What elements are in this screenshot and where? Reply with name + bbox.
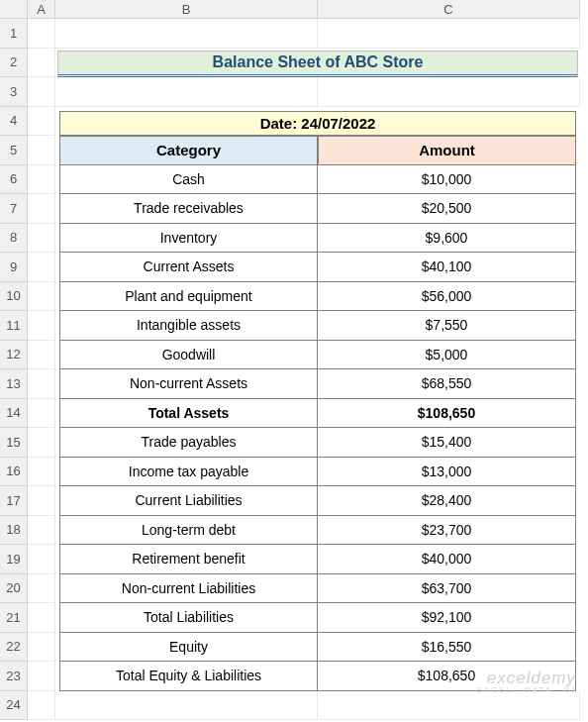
empty-cell[interactable] — [28, 107, 55, 137]
row-header[interactable]: 17 — [0, 486, 28, 516]
amount-cell[interactable]: $15,400 — [318, 428, 576, 458]
empty-cell[interactable] — [28, 662, 55, 691]
category-cell[interactable]: Income tax payable — [59, 458, 318, 487]
amount-cell[interactable]: $92,100 — [318, 603, 576, 633]
watermark: exceldemy EXCEL · DATA · BI — [476, 670, 576, 694]
row-header[interactable]: 16 — [0, 458, 28, 487]
category-cell[interactable]: Retirement benefit — [59, 545, 318, 574]
row-header[interactable]: 18 — [0, 516, 28, 546]
row-header[interactable]: 6 — [0, 165, 28, 195]
empty-cell[interactable] — [28, 428, 55, 458]
empty-cell[interactable] — [28, 458, 55, 487]
header-category[interactable]: Category — [59, 136, 318, 165]
empty-cell[interactable] — [28, 691, 55, 721]
amount-cell[interactable]: $10,000 — [318, 165, 576, 195]
empty-cell[interactable] — [28, 341, 55, 370]
category-cell[interactable]: Non-current Assets — [59, 369, 318, 399]
row-header[interactable]: 11 — [0, 311, 28, 341]
empty-cell[interactable] — [28, 603, 55, 633]
empty-cell[interactable] — [28, 516, 55, 546]
watermark-subtitle: EXCEL · DATA · BI — [476, 686, 576, 694]
row-header[interactable]: 21 — [0, 603, 28, 633]
empty-cell[interactable] — [28, 633, 55, 663]
row-header[interactable]: 13 — [0, 369, 28, 399]
amount-cell[interactable]: $108,650 — [318, 399, 576, 429]
amount-cell[interactable]: $56,000 — [318, 282, 576, 312]
empty-cell[interactable] — [28, 49, 55, 78]
category-cell[interactable]: Total Liabilities — [59, 603, 318, 633]
row-header[interactable]: 8 — [0, 224, 28, 254]
empty-cell[interactable] — [28, 574, 55, 604]
amount-cell[interactable]: $28,400 — [318, 486, 576, 516]
amount-cell[interactable]: $5,000 — [318, 341, 576, 370]
amount-cell[interactable]: $9,600 — [318, 224, 576, 254]
amount-cell[interactable]: $63,700 — [318, 574, 576, 604]
row-header[interactable]: 1 — [0, 19, 28, 49]
empty-cell[interactable] — [55, 19, 318, 49]
category-cell[interactable]: Current Liabilities — [59, 486, 318, 516]
row-header[interactable]: 12 — [0, 341, 28, 370]
category-cell[interactable]: Current Assets — [59, 253, 318, 282]
category-cell[interactable]: Total Equity & Liabilities — [59, 662, 318, 691]
amount-cell[interactable]: $7,550 — [318, 311, 576, 341]
row-header[interactable]: 7 — [0, 194, 28, 224]
category-cell[interactable]: Total Assets — [59, 399, 318, 429]
row-header[interactable]: 24 — [0, 691, 28, 721]
category-cell[interactable]: Trade receivables — [59, 194, 318, 224]
category-cell[interactable]: Non-current Liabilities — [59, 574, 318, 604]
row-header[interactable]: 15 — [0, 428, 28, 458]
empty-cell[interactable] — [28, 165, 55, 195]
empty-cell[interactable] — [28, 19, 55, 49]
category-cell[interactable]: Long-term debt — [59, 516, 318, 546]
column-header-c[interactable]: C — [318, 0, 580, 19]
row-header[interactable]: 2 — [0, 49, 28, 78]
row-header[interactable]: 22 — [0, 633, 28, 663]
category-cell[interactable]: Inventory — [59, 224, 318, 254]
row-header[interactable]: 10 — [0, 282, 28, 312]
empty-cell[interactable] — [318, 691, 580, 721]
empty-cell[interactable] — [28, 77, 55, 107]
amount-cell[interactable]: $23,700 — [318, 516, 576, 546]
row-header[interactable]: 23 — [0, 662, 28, 691]
date-row[interactable]: Date: 24/07/2022 — [59, 111, 576, 137]
empty-cell[interactable] — [28, 136, 55, 165]
amount-cell[interactable]: $20,500 — [318, 194, 576, 224]
empty-cell[interactable] — [28, 486, 55, 516]
category-cell[interactable]: Plant and equipment — [59, 282, 318, 312]
amount-cell[interactable]: $40,100 — [318, 253, 576, 282]
header-amount[interactable]: Amount — [318, 136, 576, 165]
column-header-b[interactable]: B — [55, 0, 318, 19]
amount-cell[interactable]: $40,000 — [318, 545, 576, 574]
empty-cell[interactable] — [318, 19, 580, 49]
category-cell[interactable]: Cash — [59, 165, 318, 195]
row-header[interactable]: 19 — [0, 545, 28, 574]
sheet-title[interactable]: Balance Sheet of ABC Store — [57, 51, 578, 78]
empty-cell[interactable] — [55, 691, 318, 721]
amount-cell[interactable]: $13,000 — [318, 458, 576, 487]
empty-cell[interactable] — [55, 77, 318, 107]
empty-cell[interactable] — [28, 253, 55, 282]
row-header[interactable]: 9 — [0, 253, 28, 282]
row-header[interactable]: 3 — [0, 77, 28, 107]
category-cell[interactable]: Goodwill — [59, 341, 318, 370]
category-cell[interactable]: Intangible assets — [59, 311, 318, 341]
empty-cell[interactable] — [318, 77, 580, 107]
row-header[interactable]: 4 — [0, 107, 28, 137]
row-header[interactable]: 5 — [0, 136, 28, 165]
category-cell[interactable]: Trade payables — [59, 428, 318, 458]
row-header[interactable]: 20 — [0, 574, 28, 604]
select-all-corner[interactable] — [0, 0, 28, 19]
row-header[interactable]: 14 — [0, 399, 28, 429]
empty-cell[interactable] — [28, 545, 55, 574]
empty-cell[interactable] — [28, 282, 55, 312]
empty-cell[interactable] — [28, 224, 55, 254]
spreadsheet-grid: ABC12Balance Sheet of ABC Store34Date: 2… — [0, 0, 588, 720]
amount-cell[interactable]: $68,550 — [318, 369, 576, 399]
empty-cell[interactable] — [28, 194, 55, 224]
empty-cell[interactable] — [28, 311, 55, 341]
amount-cell[interactable]: $16,550 — [318, 633, 576, 663]
category-cell[interactable]: Equity — [59, 633, 318, 663]
empty-cell[interactable] — [28, 399, 55, 429]
empty-cell[interactable] — [28, 369, 55, 399]
column-header-a[interactable]: A — [28, 0, 55, 19]
